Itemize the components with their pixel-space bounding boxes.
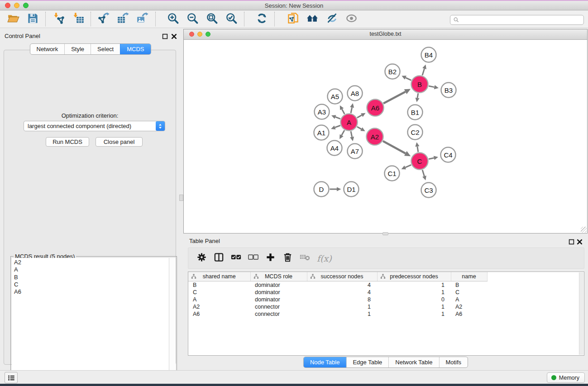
network-window-titlebar[interactable]: testGlobe.txt [184,29,587,40]
run-mcds-button[interactable]: Run MCDS [46,137,89,147]
horizontal-splitter-handle[interactable] [382,232,388,235]
panel-splitter-handle[interactable] [179,195,183,201]
result-item[interactable]: B [14,274,169,281]
graph-edge-A-A6[interactable] [357,115,362,118]
zoom-out-button[interactable] [183,10,202,28]
cell-predecessor-nodes[interactable]: 1 [377,310,451,318]
cell-shared-name[interactable]: B [188,281,250,289]
cell-mcds-role[interactable]: connector [250,310,307,318]
result-item[interactable]: A [14,266,169,273]
graph-edge-A-A1[interactable] [335,125,340,127]
deselect-all-button[interactable] [244,249,262,267]
tab-network[interactable]: Network [30,44,64,54]
zoom-fit-button[interactable] [202,10,222,28]
cell-predecessor-nodes[interactable]: 0 [377,296,451,303]
cell-shared-name[interactable]: A [188,296,250,303]
table-row[interactable]: Bdominator41B [188,281,584,289]
float-panel-icon[interactable] [162,33,168,39]
column-header-successor-nodes[interactable]: successor nodes [307,272,377,281]
refresh-view-button[interactable] [252,10,272,28]
table-scrollbar[interactable] [579,272,583,355]
graph-edge-B-B3[interactable] [429,86,435,87]
graph-edge-A-A7[interactable] [351,131,352,137]
cell-predecessor-nodes[interactable]: 1 [377,289,451,296]
graph-edge-B-B4[interactable] [422,69,425,76]
result-item[interactable]: C [14,281,169,288]
result-scrollbar[interactable] [169,258,176,386]
cell-predecessor-nodes[interactable]: 1 [377,303,451,310]
import-network-button[interactable] [49,10,68,28]
zoom-in-button[interactable] [163,10,183,28]
cell-name[interactable]: B [451,281,487,289]
graph-edge-A6-B[interactable] [383,92,406,104]
graph-edge-C-C3[interactable] [422,170,424,176]
graph-edge-A-A8[interactable] [351,107,352,113]
window-resize-grip[interactable] [581,227,587,233]
tab-edge-table[interactable]: Edge Table [346,357,388,367]
tab-mcds[interactable]: MCDS [120,44,150,54]
search-box[interactable] [450,15,584,25]
graph-edge-A-A4[interactable] [342,130,344,135]
cell-successor-nodes[interactable]: 1 [307,310,377,318]
add-column-button[interactable] [262,249,279,267]
cell-mcds-role[interactable]: dominator [250,296,307,303]
close-panel-button[interactable]: Close panel [96,137,143,147]
cell-mcds-role[interactable]: dominator [250,281,307,289]
network-canvas[interactable]: B4B2BB3A8A5A6A3B1AC2A1A2A4A7C4CC1DD1C3 [184,39,587,233]
birds-eye-button[interactable] [342,10,361,28]
memory-button[interactable]: Memory [547,372,585,383]
cell-successor-nodes[interactable]: 4 [307,281,377,289]
tab-network-table[interactable]: Network Table [388,357,439,367]
close-panel-icon[interactable] [171,33,177,39]
column-header-mcds-role[interactable]: MCDS role [250,272,307,281]
column-header-shared-name[interactable]: shared name [188,272,250,281]
mcds-result-list[interactable]: A2ABCA6 [12,258,169,386]
tab-select[interactable]: Select [91,44,120,54]
cell-successor-nodes[interactable]: 1 [307,303,377,310]
save-session-button[interactable] [23,10,43,28]
tab-style[interactable]: Style [64,44,91,54]
graph-edge-B-B2[interactable] [406,78,411,81]
table-float-icon[interactable] [569,238,574,244]
open-file-button[interactable] [4,10,23,28]
cell-mcds-role[interactable]: dominator [250,289,307,296]
column-header-predecessor-nodes[interactable]: predecessor nodes [377,272,451,281]
select-all-button[interactable] [227,249,244,267]
cell-name[interactable]: C [451,289,487,296]
cell-mcds-role[interactable]: connector [250,303,307,310]
table-row[interactable]: Cdominator41C [188,289,584,296]
table-row[interactable]: A2connector11A2 [188,303,584,310]
table-row[interactable]: A6connector11A6 [188,310,584,318]
cell-name[interactable]: A [451,296,487,303]
settings-button[interactable] [193,249,210,267]
graph-edge-A-A5[interactable] [342,109,344,114]
export-image-button[interactable] [133,10,153,28]
cell-predecessor-nodes[interactable]: 1 [377,281,451,289]
split-view-button[interactable] [210,249,227,267]
task-history-button[interactable] [5,372,18,383]
export-network-button[interactable] [94,10,114,28]
graph-edge-C-C1[interactable] [405,165,411,167]
graph-edge-A2-C[interactable] [383,141,406,153]
cell-name[interactable]: A6 [451,310,487,318]
network-minimize-button[interactable] [197,32,202,37]
network-zoom-button[interactable] [206,32,210,37]
table-row[interactable]: Adominator80A [188,296,584,303]
cell-successor-nodes[interactable]: 8 [307,296,377,303]
hide-details-button[interactable] [322,10,342,28]
cell-shared-name[interactable]: A6 [188,310,250,318]
graph-edge-B-B1[interactable] [417,93,418,98]
search-input[interactable] [459,17,583,24]
network-close-button[interactable] [189,32,194,37]
delete-column-button[interactable] [279,249,296,267]
table-close-icon[interactable] [577,238,583,244]
column-header-name[interactable]: name [451,272,487,281]
graph-edge-A-A3[interactable] [335,117,340,119]
cell-name[interactable]: A2 [451,303,487,310]
graph-edge-A-A2[interactable] [357,127,361,129]
copy-network-button[interactable] [283,10,303,28]
cell-shared-name[interactable]: C [188,289,250,296]
graph-edge-C-C4[interactable] [429,158,434,159]
graph-edge-C-C2[interactable] [417,147,418,152]
export-table-button[interactable] [114,10,133,28]
